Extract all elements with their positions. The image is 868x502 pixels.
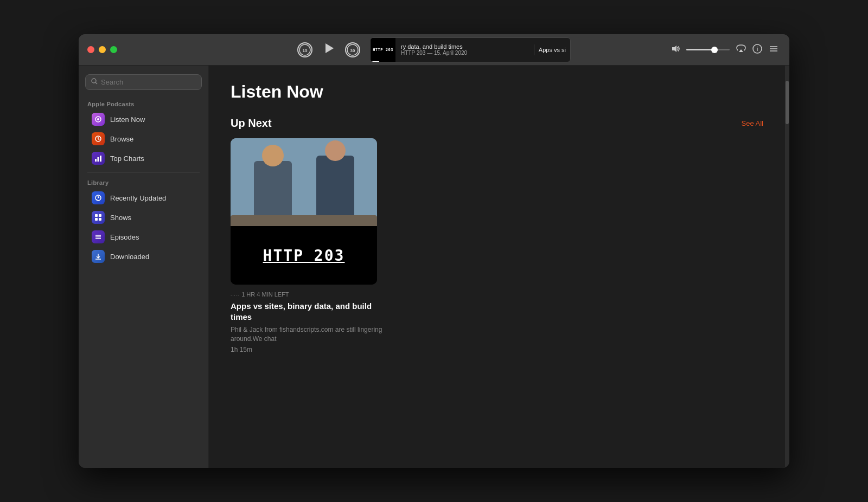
volume-thumb (711, 47, 718, 53)
svg-rect-21 (95, 214, 98, 217)
sidebar-item-downloaded[interactable]: Downloaded (83, 247, 204, 266)
close-button[interactable] (87, 46, 94, 53)
sidebar: Apple Podcasts Listen Now Bro (79, 66, 209, 468)
info-icon[interactable]: i (752, 44, 762, 55)
sidebar-item-episodes-label: Episodes (110, 233, 139, 241)
svg-marker-2 (326, 43, 334, 53)
play-button[interactable] (322, 42, 335, 58)
right-controls: i (671, 44, 778, 55)
svg-line-13 (95, 82, 97, 84)
playback-progress (371, 61, 379, 62)
volume-slider[interactable] (686, 49, 730, 50)
player-controls: 15 30 (297, 37, 571, 62)
svg-marker-5 (672, 46, 676, 52)
app-window: 15 30 (79, 34, 789, 468)
section-title-up-next: Up Next (231, 117, 272, 130)
sidebar-section-library: Library (79, 177, 208, 188)
sidebar-item-top-charts[interactable]: Top Charts (83, 149, 204, 168)
sidebar-item-downloaded-label: Downloaded (110, 253, 149, 261)
now-playing-thumbnail: HTTP 203 (371, 37, 395, 62)
svg-rect-23 (95, 218, 98, 221)
episodes-icon (92, 230, 105, 243)
now-playing-subtitle: HTTP 203 — 15. April 2020 (401, 50, 528, 56)
search-input[interactable] (101, 78, 196, 86)
episode-thumbnail-mini: HTTP 203 (371, 37, 395, 62)
now-playing-title: ry data, and build times (401, 43, 528, 50)
maximize-button[interactable] (110, 46, 117, 53)
svg-point-15 (97, 118, 99, 120)
browse-icon (92, 132, 105, 145)
rewind-button[interactable]: 15 (297, 42, 312, 57)
svg-rect-17 (95, 159, 97, 162)
episode-dots: ..... (231, 292, 239, 297)
http203-logo: HTTP 203 (263, 247, 345, 265)
svg-rect-24 (99, 218, 101, 221)
episode-title: Apps vs sites, binary data, and build ti… (231, 301, 382, 322)
sidebar-item-recently-updated-label: Recently Updated (110, 194, 166, 202)
section-header-up-next: Up Next See All (231, 117, 763, 130)
svg-rect-22 (99, 214, 101, 217)
sidebar-section-apple-podcasts: Apple Podcasts (79, 99, 208, 110)
sidebar-item-browse[interactable]: Browse (83, 130, 204, 148)
svg-text:30: 30 (350, 48, 355, 53)
sidebar-item-browse-label: Browse (110, 135, 133, 143)
search-box[interactable] (85, 74, 202, 90)
svg-text:15: 15 (303, 48, 308, 53)
top-charts-icon (92, 152, 105, 165)
sidebar-item-listen-now-label: Listen Now (110, 115, 145, 124)
svg-rect-19 (100, 156, 101, 162)
http203-lower: HTTP 203 (231, 226, 377, 285)
sidebar-item-listen-now[interactable]: Listen Now (83, 110, 204, 128)
podcast-card[interactable]: HTTP 203 ..... 1 HR 4 MIN LEFT Apps vs s… (231, 138, 382, 353)
svg-point-12 (92, 79, 96, 83)
volume-fill (686, 49, 714, 50)
traffic-lights (87, 46, 117, 53)
rewind-icon: 15 (297, 42, 312, 57)
page-title: Listen Now (231, 82, 763, 102)
photo-scene (231, 138, 377, 226)
sidebar-item-shows[interactable]: Shows (83, 208, 204, 227)
see-all-link[interactable]: See All (742, 119, 763, 127)
now-playing-info: ry data, and build times HTTP 203 — 15. … (395, 41, 534, 58)
now-playing-bar[interactable]: HTTP 203 ry data, and build times HTTP 2… (370, 37, 571, 62)
list-icon[interactable] (769, 44, 778, 55)
airplay-icon[interactable] (736, 44, 746, 55)
sidebar-item-episodes[interactable]: Episodes (83, 228, 204, 246)
episode-description: Phil & Jack from fishandscripts.com are … (231, 325, 382, 344)
forward-button[interactable]: 30 (345, 42, 360, 57)
content-area: Listen Now Up Next See All (209, 66, 785, 468)
recently-updated-icon (92, 191, 105, 204)
title-bar: 15 30 (79, 34, 789, 66)
listen-now-icon (92, 113, 105, 126)
search-icon (91, 78, 98, 86)
episode-show-mini-label: HTTP 203 (373, 48, 393, 52)
svg-marker-6 (739, 49, 743, 52)
sidebar-divider (87, 172, 200, 173)
shows-icon (92, 211, 105, 224)
svg-text:i: i (757, 46, 758, 52)
episode-photo (231, 138, 377, 226)
volume-icon (671, 44, 680, 55)
time-left: 1 HR 4 MIN LEFT (241, 291, 289, 298)
minimize-button[interactable] (99, 46, 106, 53)
forward-icon: 30 (345, 42, 360, 57)
sidebar-item-recently-updated[interactable]: Recently Updated (83, 189, 204, 207)
http203-artwork: HTTP 203 (231, 138, 377, 285)
downloaded-icon (92, 250, 105, 263)
podcast-artwork: HTTP 203 (231, 138, 377, 285)
sidebar-item-shows-label: Shows (110, 214, 131, 222)
scrollbar-thumb[interactable] (786, 81, 789, 124)
scrollbar-track[interactable] (785, 66, 789, 468)
sidebar-item-top-charts-label: Top Charts (110, 155, 144, 163)
episode-duration: 1h 15m (231, 346, 382, 353)
now-playing-next: Apps vs si (534, 44, 570, 55)
svg-rect-18 (98, 157, 99, 162)
main-content: Apple Podcasts Listen Now Bro (79, 66, 789, 468)
episode-meta: ..... 1 HR 4 MIN LEFT (231, 291, 382, 298)
